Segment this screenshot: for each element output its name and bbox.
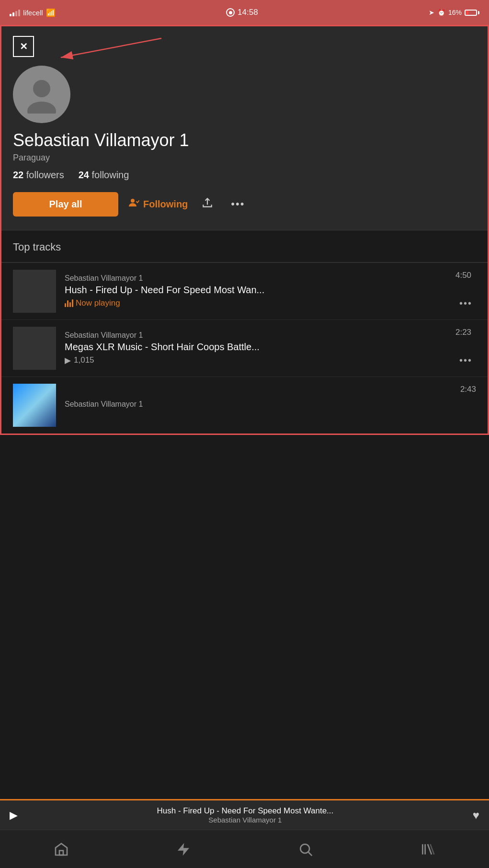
lightning-icon xyxy=(176,842,191,857)
nav-home-button[interactable] xyxy=(44,838,79,861)
following-count: 24 following xyxy=(79,170,129,181)
following-button[interactable]: Following xyxy=(128,197,188,211)
top-tracks-title: Top tracks xyxy=(1,230,488,262)
record-icon xyxy=(226,8,235,17)
nav-activity-button[interactable] xyxy=(166,838,201,861)
svg-marker-7 xyxy=(178,843,189,856)
svg-line-1 xyxy=(61,38,161,57)
svg-point-2 xyxy=(33,80,50,97)
svg-line-9 xyxy=(308,852,312,856)
svg-point-8 xyxy=(300,844,309,853)
user-location: Paraguay xyxy=(13,153,476,163)
top-tracks-section: Top tracks Sebastian Villamayor 1 Hush -… xyxy=(1,230,488,434)
track-right-3: 2:43 xyxy=(460,384,476,427)
avatar-section xyxy=(13,66,476,123)
now-playing-bar: ▶ Hush - Fired Up - Need For Speed Most … xyxy=(0,799,489,830)
np-play-button[interactable]: ▶ xyxy=(10,809,18,822)
main-content: ✕ Sebastian Villamayor 1 xyxy=(0,25,489,435)
nav-library-button[interactable] xyxy=(410,838,445,861)
np-artist: Sebastian Villamayor 1 xyxy=(25,816,465,824)
track-right-1: 4:50 ••• xyxy=(455,270,476,313)
track-info-3: Sebastian Villamayor 1 xyxy=(65,400,460,411)
bottom-nav xyxy=(0,830,489,868)
profile-header: ✕ Sebastian Villamayor 1 xyxy=(1,26,488,230)
status-left: lifecell 📶 xyxy=(10,8,56,17)
user-name: Sebastian Villamayor 1 xyxy=(13,131,476,150)
track-thumbnail-1 xyxy=(13,270,56,313)
track-meta-1: Now playing xyxy=(65,298,455,308)
svg-point-3 xyxy=(27,102,56,114)
alarm-icon: ⏰ xyxy=(437,9,445,16)
track-artist-2: Sebastian Villamayor 1 xyxy=(65,331,455,340)
svg-rect-6 xyxy=(59,850,63,855)
track-options-button-1[interactable]: ••• xyxy=(455,294,476,313)
track-info-2: Sebastian Villamayor 1 Megas XLR Music -… xyxy=(65,331,455,365)
status-right: ➤ ⏰ 16% xyxy=(429,9,479,16)
heart-icon: ♥ xyxy=(473,809,479,822)
track-duration-3: 2:43 xyxy=(460,385,476,394)
track-duration-1: 4:50 xyxy=(455,271,471,280)
signal-icon xyxy=(10,9,20,16)
following-person-icon xyxy=(128,197,139,211)
avatar xyxy=(13,66,70,123)
close-button[interactable]: ✕ xyxy=(13,36,34,57)
track-title-1: Hush - Fired Up - Need For Speed Most Wa… xyxy=(65,285,455,296)
track-title-2: Megas XLR Music - Short Hair Coops Battl… xyxy=(65,342,455,353)
np-title: Hush - Fired Up - Need For Speed Most Wa… xyxy=(25,806,465,816)
track-right-2: 2:23 ••• xyxy=(455,327,476,370)
np-info: Hush - Fired Up - Need For Speed Most Wa… xyxy=(18,806,473,824)
svg-point-4 xyxy=(131,199,135,203)
track-item-2[interactable]: Sebastian Villamayor 1 Megas XLR Music -… xyxy=(1,320,488,377)
home-icon xyxy=(54,842,69,857)
track-artist-3: Sebastian Villamayor 1 xyxy=(65,400,460,409)
user-stats: 22 followers 24 following xyxy=(13,170,476,181)
following-label: Following xyxy=(143,199,188,210)
track-options-button-2[interactable]: ••• xyxy=(455,351,476,370)
status-center: 14:58 xyxy=(226,8,258,17)
play-icon: ▶ xyxy=(10,809,18,821)
track-meta-2: ▶ 1,015 xyxy=(65,355,455,365)
track-item[interactable]: Sebastian Villamayor 1 Hush - Fired Up -… xyxy=(1,263,488,320)
followers-count: 22 followers xyxy=(13,170,64,181)
track-info-1: Sebastian Villamayor 1 Hush - Fired Up -… xyxy=(65,274,455,308)
search-icon xyxy=(298,842,313,857)
track-thumbnail-2 xyxy=(13,327,56,370)
now-playing-indicator: Now playing xyxy=(65,298,120,308)
nav-search-button[interactable] xyxy=(288,838,323,861)
carrier-name: lifecell xyxy=(23,9,43,17)
action-row: Play all Following xyxy=(13,192,476,217)
ellipsis-icon: ••• xyxy=(231,198,245,210)
play-icon-2: ▶ xyxy=(65,355,71,365)
library-icon xyxy=(420,842,435,857)
share-button[interactable] xyxy=(197,193,217,216)
track-duration-2: 2:23 xyxy=(455,328,471,337)
np-heart-button[interactable]: ♥ xyxy=(473,809,479,822)
waveform-icon xyxy=(65,299,73,307)
track-thumbnail-3 xyxy=(13,384,56,427)
track-artist-1: Sebastian Villamayor 1 xyxy=(65,274,455,283)
track-item-3[interactable]: Sebastian Villamayor 1 2:43 xyxy=(1,377,488,434)
battery-percent: 16% xyxy=(448,9,462,16)
time-display: 14:58 xyxy=(238,8,258,17)
close-icon: ✕ xyxy=(20,41,28,52)
wifi-icon: 📶 xyxy=(46,8,56,17)
play-all-button[interactable]: Play all xyxy=(13,192,118,217)
more-options-button[interactable]: ••• xyxy=(227,194,249,214)
play-count-2: ▶ 1,015 xyxy=(65,355,94,365)
location-icon: ➤ xyxy=(429,9,434,16)
status-bar: lifecell 📶 14:58 ➤ ⏰ 16% xyxy=(0,0,489,25)
battery-icon xyxy=(465,10,479,16)
share-icon xyxy=(201,196,214,209)
back-button-area: ✕ xyxy=(13,36,476,57)
person-icon xyxy=(23,75,61,114)
